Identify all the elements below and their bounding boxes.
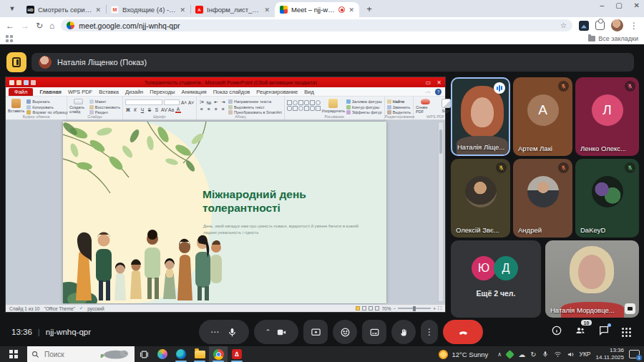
raise-hand-button[interactable] (391, 320, 416, 344)
file-explorer-button[interactable] (190, 346, 209, 362)
all-bookmarks[interactable]: Все закладки (588, 35, 638, 42)
copy-button[interactable]: Копировать (26, 105, 67, 109)
tile-artem[interactable]: А Артем Лакі (513, 77, 572, 156)
new-slide-button[interactable]: Создать слайд (69, 98, 87, 114)
presenter-bar[interactable]: Наталія Ліщенко (Показ) (31, 53, 634, 72)
present-button[interactable] (303, 320, 328, 344)
case-button[interactable]: Аа (168, 107, 174, 112)
extensions-puzzle-icon[interactable] (595, 21, 605, 30)
create-pdf-button[interactable]: Create PDF (416, 98, 434, 114)
tab-serial[interactable]: HD Смотреть сериал «Везёт» онл ✕ (21, 2, 106, 17)
paste-button[interactable]: Вставить (8, 98, 24, 114)
apps-grid-icon[interactable] (6, 35, 13, 42)
fit-to-window-icon[interactable]: ⛶ (438, 305, 441, 311)
acrobat-button[interactable]: ∆ (228, 346, 246, 362)
shrink-font-icon[interactable]: A˅ (188, 100, 194, 105)
weather-widget[interactable]: 12°C Sunny (439, 350, 488, 359)
maximize-button[interactable]: ▢ (615, 1, 622, 9)
justify-button[interactable]: ≡ (220, 107, 226, 112)
more-options-button[interactable]: ⋮ (421, 320, 438, 344)
font-size-select[interactable] (164, 99, 180, 105)
tray-mic-icon[interactable] (542, 351, 549, 358)
tab-close-icon[interactable]: ✕ (95, 6, 101, 14)
tile-lenko[interactable]: Л Ленко Олекс... (575, 77, 639, 156)
ribbon-tab-animation[interactable]: Анимация (181, 89, 206, 95)
slide-scrollbar[interactable] (438, 122, 444, 302)
slide-subtitle[interactable]: День, який нагадує нам про цінність пова… (203, 223, 371, 236)
spellcheck-icon[interactable]: ✓ (79, 305, 83, 311)
align-right-button[interactable]: ≡ (213, 107, 219, 112)
tab-close-icon[interactable]: ✕ (264, 6, 270, 14)
ribbon-tab-transitions[interactable]: Переходы (150, 89, 175, 95)
arrange-button[interactable]: Упорядочить (323, 98, 344, 114)
shapes-gallery[interactable] (287, 98, 321, 114)
reset-button[interactable]: Восстановить (89, 105, 120, 109)
new-tab-button[interactable]: + (362, 1, 376, 16)
align-left-button[interactable]: ≡ (199, 107, 205, 112)
ribbon-tab-design[interactable]: Дизайн (125, 89, 143, 95)
activities-button[interactable] (622, 328, 631, 337)
onedrive-icon[interactable]: ☁ (518, 351, 525, 358)
browser-menu-icon[interactable]: ⋮ (630, 21, 638, 30)
chrome-button[interactable] (209, 346, 228, 362)
close-button[interactable]: ✕ (634, 1, 640, 9)
forward-icon[interactable]: → (21, 21, 29, 30)
profile-avatar[interactable] (611, 19, 623, 31)
reactions-button[interactable] (333, 320, 357, 344)
picture-in-picture-icon[interactable] (625, 303, 635, 314)
tile-oleksii[interactable]: Олексій Звє... (451, 159, 510, 238)
zoom-slider[interactable] (398, 308, 431, 309)
spacing-button[interactable]: АѴ (161, 107, 167, 112)
camera-icon[interactable] (276, 327, 287, 338)
reading-view-button[interactable] (369, 306, 373, 310)
tile-natalia-lishchenko[interactable]: Наталія Ліще... (451, 77, 510, 156)
camera-options-chevron-icon[interactable]: ⌃ (265, 328, 271, 336)
taskbar-search[interactable] (27, 346, 135, 362)
ribbon-collapse-icon[interactable]: ︿ (426, 88, 431, 95)
ribbon-tab-review[interactable]: Рецензирование (256, 89, 298, 95)
tile-more-participants[interactable]: Ю Д Ещё 2 чел. (451, 240, 541, 318)
bold-button[interactable]: Ж (125, 107, 131, 112)
ppt-restore-button[interactable]: ▭ (426, 79, 431, 86)
ribbon-tab-home[interactable]: Главная (39, 89, 62, 95)
meeting-details-button[interactable] (551, 325, 562, 339)
font-name-select[interactable] (125, 99, 162, 105)
shape-fill-button[interactable]: Заливка фигуры (346, 99, 382, 104)
extension-icon[interactable] (579, 21, 589, 31)
tab-gmail[interactable]: M Входящие (4) - mordovcevanv ✕ (106, 2, 190, 17)
taskbar-clock[interactable]: 13:36 14.11.2025 (596, 347, 624, 361)
slide-title[interactable]: Міжнародний день толерантності (203, 187, 367, 215)
reload-icon[interactable]: ↻ (36, 21, 43, 30)
participants-button[interactable]: 10 (575, 325, 586, 339)
replace-button[interactable]: Заменить (387, 105, 411, 109)
camera-pill[interactable]: ⌃ (254, 320, 298, 344)
captions-button[interactable] (362, 320, 386, 344)
grow-font-icon[interactable]: A˄ (181, 100, 187, 105)
underline-button[interactable]: Ч (140, 107, 145, 112)
zoom-out-button[interactable]: − (394, 306, 396, 311)
end-call-button[interactable] (443, 320, 483, 344)
ribbon-tab-file[interactable]: Файл (9, 88, 33, 96)
sorter-view-button[interactable] (362, 306, 366, 310)
volume-icon[interactable] (567, 351, 575, 358)
mic-pill[interactable]: ⋯ (199, 320, 249, 344)
bookmark-star-icon[interactable]: ☆ (560, 21, 567, 29)
home-icon[interactable]: ⌂ (49, 21, 54, 30)
more-audio-options-icon[interactable]: ⋯ (210, 327, 220, 337)
tile-natalia-mordovtseva[interactable]: Наталія Мордовце... (545, 240, 639, 318)
sync-icon[interactable]: ↻ (530, 351, 536, 358)
task-view-button[interactable] (135, 346, 153, 362)
cut-button[interactable]: Вырезать (26, 99, 67, 104)
slideshow-view-button[interactable] (375, 306, 379, 310)
shape-outline-button[interactable]: Контур фигуры (346, 105, 382, 109)
language-indicator[interactable]: русский (87, 306, 104, 311)
antivirus-icon[interactable] (505, 350, 514, 359)
notification-center-icon[interactable]: 1 (629, 350, 640, 358)
align-center-button[interactable]: ≡ (206, 107, 212, 112)
italic-button[interactable]: К (132, 107, 138, 112)
mic-icon[interactable] (227, 327, 238, 338)
strike-button[interactable]: S (147, 107, 152, 112)
network-icon[interactable] (554, 351, 562, 358)
shadow-button[interactable]: Ѕ (154, 107, 160, 112)
numbering-button[interactable]: № (206, 100, 212, 105)
